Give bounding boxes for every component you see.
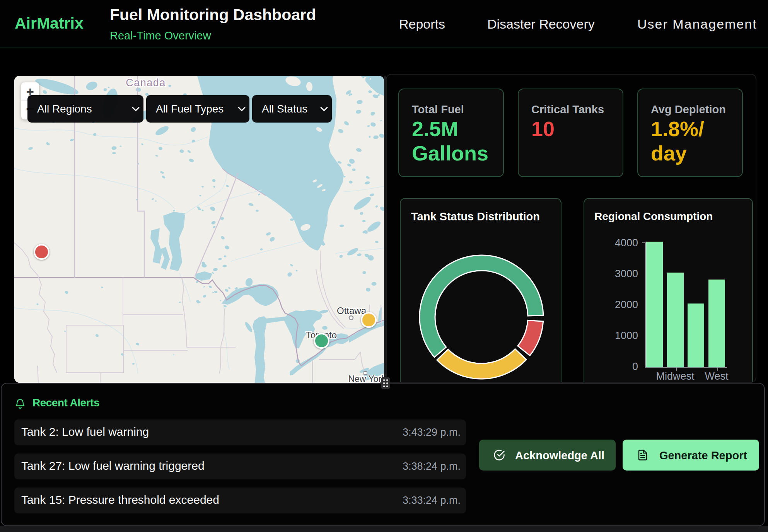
svg-text:New York: New York <box>348 374 384 383</box>
svg-text:Ottawa: Ottawa <box>337 305 367 316</box>
svg-text:Canada: Canada <box>126 77 166 89</box>
